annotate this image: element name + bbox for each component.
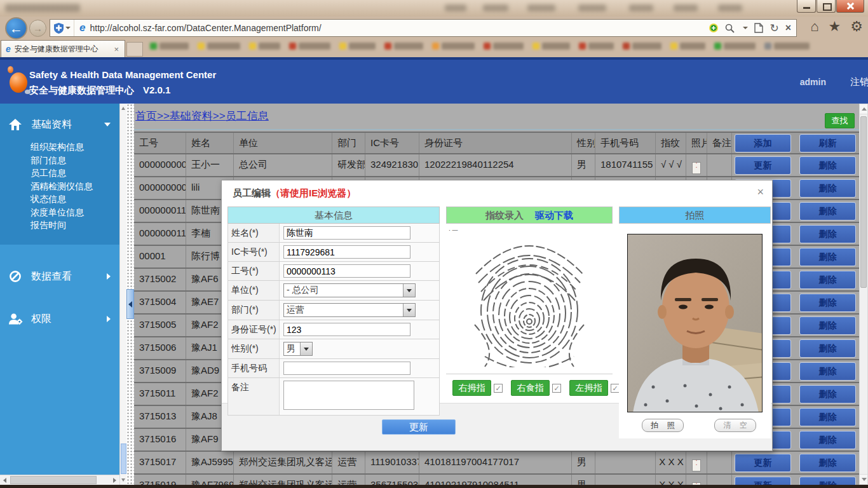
- delete-button[interactable]: 删除: [799, 225, 856, 243]
- clear-photo-button[interactable]: 清 空: [714, 419, 756, 432]
- favorites-item-blurred[interactable]: [579, 43, 614, 50]
- addon-icon[interactable]: [709, 23, 719, 33]
- address-bar[interactable]: e http://alcohol.sz-far.com/DataCenter.M…: [50, 19, 797, 37]
- delete-button[interactable]: 删除: [799, 339, 856, 358]
- scrollbar-thumb[interactable]: [10, 476, 97, 484]
- home-icon[interactable]: ⌂: [810, 18, 818, 35]
- window-minimize-button[interactable]: [797, 0, 816, 13]
- favorites-item-blurred[interactable]: [714, 43, 756, 50]
- compatibility-shield-icon[interactable]: [53, 20, 74, 36]
- refresh-button[interactable]: 刷新: [799, 134, 856, 152]
- sidebar-item[interactable]: 报告时间: [0, 219, 119, 232]
- sidebar-splitter[interactable]: [126, 104, 134, 485]
- finger-capture-button[interactable]: 左拇指: [569, 380, 608, 396]
- sidebar-collapse-handle[interactable]: [126, 289, 134, 319]
- delete-button[interactable]: 删除: [799, 179, 856, 198]
- sidebar-horizontal-scrollbar[interactable]: [0, 475, 119, 485]
- content-vertical-scrollbar[interactable]: [859, 104, 868, 485]
- delete-button[interactable]: 删除: [799, 248, 856, 266]
- finger-checkbox[interactable]: ✓: [611, 384, 620, 393]
- stop-icon[interactable]: ×: [785, 22, 791, 34]
- remark-textarea[interactable]: [283, 381, 414, 410]
- input-身份证号(*)[interactable]: [283, 323, 410, 336]
- finger-capture-button[interactable]: 右食指: [511, 380, 550, 396]
- delete-button[interactable]: 删除: [799, 294, 856, 312]
- finger-checkbox[interactable]: ✓: [552, 384, 561, 393]
- add-button[interactable]: 添加: [735, 134, 791, 152]
- tab-close-icon[interactable]: ×: [112, 44, 120, 54]
- select-单位(*)[interactable]: - 总公司: [283, 283, 416, 297]
- sidebar-item[interactable]: 状态信息: [0, 193, 119, 206]
- photo-thumbnail-icon[interactable]: ⁚: [692, 162, 701, 174]
- scroll-left-arrow[interactable]: [0, 475, 10, 485]
- select-arrow-icon[interactable]: [403, 304, 415, 316]
- breadcrumb-link[interactable]: 基础资料: [170, 110, 213, 122]
- favorites-item-blurred[interactable]: [150, 43, 189, 50]
- delete-button[interactable]: 删除: [799, 156, 856, 175]
- logout-link[interactable]: 注销: [850, 76, 868, 88]
- find-button[interactable]: 查找: [825, 113, 855, 128]
- refresh-icon[interactable]: ↻: [770, 22, 778, 35]
- sidebar-group-permissions-header[interactable]: 权限: [0, 304, 119, 335]
- take-photo-button[interactable]: 拍 照: [642, 419, 684, 432]
- url-text[interactable]: http://alcohol.sz-far.com/DataCenter.Man…: [90, 23, 709, 33]
- modal-close-icon[interactable]: ×: [757, 186, 764, 199]
- browser-tab[interactable]: e 安全与健康数据管理中心 ×: [1, 40, 125, 57]
- favorites-item-blurred[interactable]: [289, 43, 330, 50]
- scrollbar-thumb[interactable]: [860, 116, 867, 288]
- favorites-item-blurred[interactable]: [249, 43, 280, 50]
- input-IC卡号(*)[interactable]: [283, 245, 410, 259]
- favorites-item-blurred[interactable]: [384, 43, 423, 50]
- input-工号(*)[interactable]: [283, 264, 410, 278]
- sidebar-group-data-view-header[interactable]: 数据查看: [0, 261, 119, 292]
- favorites-item-blurred[interactable]: [764, 43, 810, 50]
- sidebar-item[interactable]: 组织架构信息: [0, 140, 119, 154]
- sidebar-vertical-scrollbar[interactable]: [119, 104, 126, 485]
- delete-button[interactable]: 删除: [799, 431, 856, 449]
- photo-thumbnail-icon[interactable]: ⁚: [692, 459, 701, 471]
- scroll-down-arrow[interactable]: [860, 474, 867, 484]
- window-close-button[interactable]: [836, 0, 864, 13]
- breadcrumb-link[interactable]: 首页: [135, 110, 157, 122]
- delete-button[interactable]: 删除: [799, 362, 856, 381]
- favorites-item-blurred[interactable]: [670, 43, 705, 50]
- settings-gear-icon[interactable]: ⚙: [850, 18, 863, 35]
- new-tab-button[interactable]: [126, 42, 143, 57]
- scroll-right-arrow[interactable]: [109, 475, 119, 485]
- breadcrumb-link[interactable]: 员工信息: [226, 110, 269, 122]
- delete-button[interactable]: 删除: [799, 385, 856, 403]
- delete-button[interactable]: 删除: [799, 316, 856, 335]
- select-arrow-icon[interactable]: [300, 342, 312, 355]
- sidebar-item[interactable]: 酒精检测仪信息: [0, 180, 119, 193]
- breadcrumb[interactable]: 首页>>基础资料>>员工信息: [135, 109, 269, 123]
- modal-update-button[interactable]: 更新: [382, 419, 456, 435]
- shield-dropdown-caret[interactable]: [65, 27, 71, 29]
- sidebar-item[interactable]: 员工信息: [0, 166, 119, 180]
- search-icon[interactable]: [725, 24, 735, 33]
- select-部门(*)[interactable]: 运营: [283, 303, 416, 317]
- sidebar-item[interactable]: 浓度单位信息: [0, 206, 119, 219]
- update-button[interactable]: 更新: [735, 156, 791, 175]
- sidebar-group-basic-data-header[interactable]: 基础资料: [0, 115, 119, 134]
- select-arrow-icon[interactable]: [403, 284, 415, 297]
- delete-button[interactable]: 删除: [799, 408, 856, 426]
- delete-button[interactable]: 删除: [799, 202, 856, 220]
- favorites-star-icon[interactable]: ★: [829, 18, 841, 35]
- favorites-item-blurred[interactable]: [198, 43, 240, 50]
- driver-download-link[interactable]: 驱动下载: [535, 207, 573, 223]
- delete-button[interactable]: 删除: [799, 454, 856, 472]
- search-dropdown-caret[interactable]: [743, 27, 748, 29]
- input-手机号码[interactable]: [283, 362, 410, 375]
- delete-button[interactable]: 删除: [799, 271, 856, 289]
- delete-button[interactable]: 删除: [799, 477, 856, 485]
- finger-capture-button[interactable]: 右拇指: [452, 380, 491, 396]
- favorites-item-blurred[interactable]: [339, 43, 376, 50]
- favorites-item-blurred[interactable]: [432, 43, 475, 50]
- favorites-item-blurred[interactable]: [532, 43, 570, 50]
- favorites-item-blurred[interactable]: [623, 43, 661, 50]
- forward-button[interactable]: →: [29, 20, 46, 37]
- sidebar-item[interactable]: 部门信息: [0, 154, 119, 167]
- update-button[interactable]: 更新: [735, 454, 791, 472]
- input-姓名(*)[interactable]: [283, 226, 410, 240]
- select-性别(*)[interactable]: 男: [283, 342, 313, 356]
